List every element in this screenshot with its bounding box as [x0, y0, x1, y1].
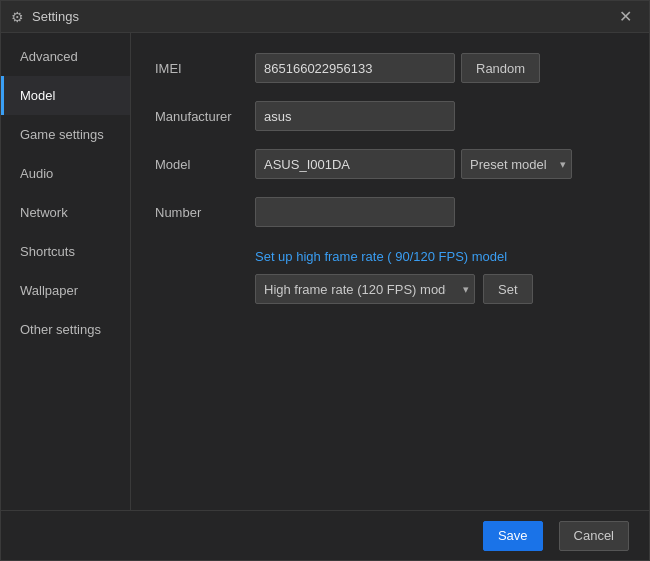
fps-link[interactable]: Set up high frame rate ( 90/120 FPS) mod… [255, 249, 625, 264]
model-label: Model [155, 157, 255, 172]
sidebar-item-advanced[interactable]: Advanced [1, 37, 130, 76]
model-row: Model Preset model [155, 149, 625, 179]
fps-select-wrapper: High frame rate (120 FPS) model High fra… [255, 274, 475, 304]
sidebar-item-wallpaper[interactable]: Wallpaper [1, 271, 130, 310]
sidebar-item-shortcuts[interactable]: Shortcuts [1, 232, 130, 271]
model-input[interactable] [255, 149, 455, 179]
number-input[interactable] [255, 197, 455, 227]
random-button[interactable]: Random [461, 53, 540, 83]
settings-window: ⚙ Settings ✕ Advanced Model Game setting… [0, 0, 650, 561]
imei-input[interactable] [255, 53, 455, 83]
sidebar-item-model[interactable]: Model [1, 76, 130, 115]
imei-row: IMEI Random [155, 53, 625, 83]
sidebar-item-audio[interactable]: Audio [1, 154, 130, 193]
main-panel: IMEI Random Manufacturer Model Preset mo… [131, 33, 649, 510]
content-area: Advanced Model Game settings Audio Netwo… [1, 33, 649, 510]
sidebar-item-game-settings[interactable]: Game settings [1, 115, 130, 154]
manufacturer-input[interactable] [255, 101, 455, 131]
number-label: Number [155, 205, 255, 220]
imei-label: IMEI [155, 61, 255, 76]
number-row: Number [155, 197, 625, 227]
fps-section: Set up high frame rate ( 90/120 FPS) mod… [155, 249, 625, 304]
manufacturer-row: Manufacturer [155, 101, 625, 131]
preset-model-select[interactable]: Preset model [461, 149, 572, 179]
cancel-button[interactable]: Cancel [559, 521, 629, 551]
save-button[interactable]: Save [483, 521, 543, 551]
fps-row: High frame rate (120 FPS) model High fra… [255, 274, 625, 304]
sidebar-item-network[interactable]: Network [1, 193, 130, 232]
window-title: Settings [32, 9, 79, 24]
preset-model-wrapper: Preset model [461, 149, 572, 179]
manufacturer-label: Manufacturer [155, 109, 255, 124]
settings-icon: ⚙ [11, 9, 24, 25]
fps-select[interactable]: High frame rate (120 FPS) model High fra… [255, 274, 475, 304]
set-button[interactable]: Set [483, 274, 533, 304]
sidebar: Advanced Model Game settings Audio Netwo… [1, 33, 131, 510]
title-bar-left: ⚙ Settings [11, 9, 79, 25]
title-bar: ⚙ Settings ✕ [1, 1, 649, 33]
sidebar-item-other-settings[interactable]: Other settings [1, 310, 130, 349]
close-button[interactable]: ✕ [611, 6, 639, 28]
footer: Save Cancel [1, 510, 649, 560]
